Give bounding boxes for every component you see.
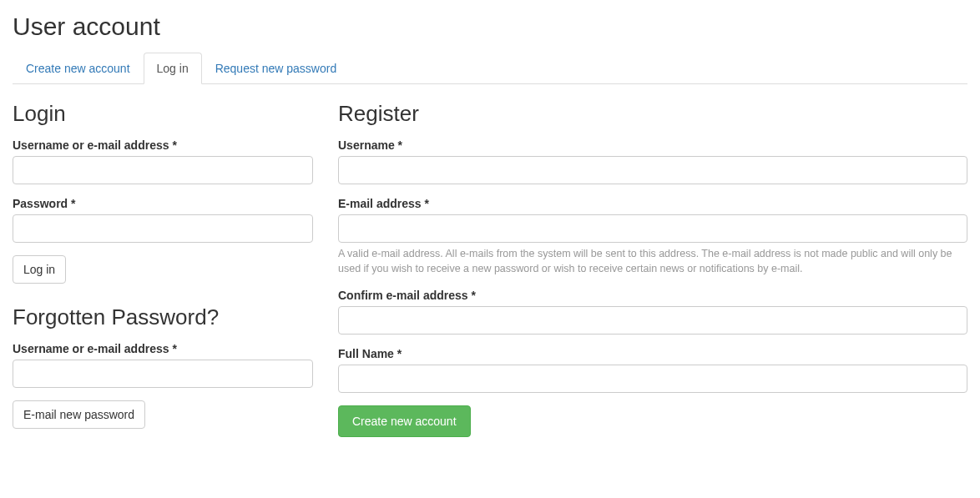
register-email-input[interactable]	[338, 214, 967, 243]
forgot-username-label: Username or e-mail address *	[13, 342, 313, 355]
register-confirm-email-label: Confirm e-mail address *	[338, 289, 967, 302]
forgot-username-input[interactable]	[13, 360, 313, 388]
register-fullname-input[interactable]	[338, 365, 967, 393]
page-title: User account	[13, 13, 967, 41]
forgot-heading: Forgotten Password?	[13, 304, 313, 330]
register-email-help: A valid e-mail address. All e-mails from…	[338, 247, 967, 276]
register-username-input[interactable]	[338, 156, 967, 184]
tab-create-account[interactable]: Create new account	[13, 53, 144, 84]
login-submit-button[interactable]: Log in	[13, 255, 66, 284]
register-heading: Register	[338, 101, 967, 127]
register-confirm-email-input[interactable]	[338, 306, 967, 335]
login-username-input[interactable]	[13, 156, 313, 184]
forgot-submit-button[interactable]: E-mail new password	[13, 400, 145, 429]
tab-request-password[interactable]: Request new password	[202, 53, 351, 84]
login-heading: Login	[13, 101, 313, 127]
login-password-label: Password *	[13, 197, 313, 210]
login-username-label: Username or e-mail address *	[13, 138, 313, 152]
register-username-label: Username *	[338, 138, 967, 152]
tabs-nav: Create new account Log in Request new pa…	[13, 53, 967, 84]
register-submit-button[interactable]: Create new account	[338, 405, 471, 437]
register-fullname-label: Full Name *	[338, 347, 967, 360]
login-password-input[interactable]	[13, 214, 313, 243]
tab-log-in[interactable]: Log in	[144, 53, 202, 84]
register-email-label: E-mail address *	[338, 197, 967, 210]
